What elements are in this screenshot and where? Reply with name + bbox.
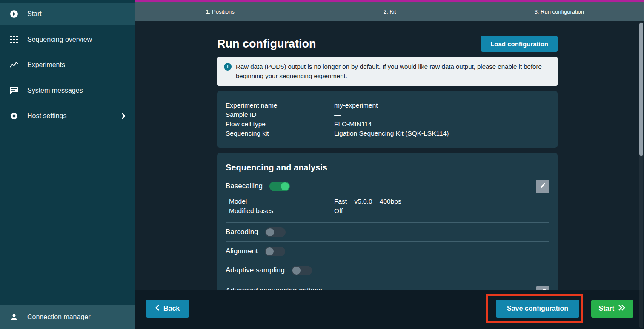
step-positions: 1. Positions [135,2,305,21]
sequencing-analysis-card: Sequencing and analysis Basecalling [217,153,558,290]
scrollbar-thumb[interactable] [639,23,643,156]
sidebar-item-experiments[interactable]: Experiments [0,54,135,76]
summary-value: FLO-MIN114 [334,119,549,129]
sidebar-item-host-settings[interactable]: Host settings [0,105,135,127]
barcoding-toggle[interactable] [265,227,286,237]
page-title: Run configuration [217,37,316,51]
sidebar-nav: Start Sequencing overview Experiments Sy… [0,0,135,127]
detail-value: Off [334,206,549,216]
detail-label: Model [229,197,334,206]
summary-row: Sample ID — [226,110,549,119]
app-window: Start Sequencing overview Experiments Sy… [0,0,644,329]
chevron-left-icon [155,305,160,312]
sidebar-item-label: Start [27,10,126,18]
barcoding-label: Barcoding [226,227,258,237]
adaptive-sampling-row: Adaptive sampling [226,261,549,280]
load-configuration-button[interactable]: Load configuration [481,36,558,52]
step-kit: 2. Kit [305,2,474,21]
sidebar-item-label: Host settings [27,112,112,120]
advanced-options-label: Advanced sequencing options [226,286,322,290]
summary-label: Sample ID [226,110,334,119]
line-chart-icon [9,62,19,68]
alignment-row: Alignment [226,242,549,261]
content-scroll-area: Run configuration Load configuration i R… [135,21,644,290]
step-run-configuration-link[interactable]: 3. Run configuration [535,9,584,15]
sidebar-item-start[interactable]: Start [0,3,135,25]
start-button[interactable]: Start [591,300,633,318]
summary-value: — [334,110,549,119]
adaptive-sampling-label: Adaptive sampling [226,266,285,275]
summary-row: Flow cell type FLO-MIN114 [226,119,549,129]
sidebar-item-label: System messages [27,87,126,94]
experiment-summary-card: Experiment name my-experiment Sample ID … [217,91,558,148]
adaptive-sampling-toggle[interactable] [292,266,312,275]
summary-label: Experiment name [226,101,334,110]
info-icon: i [224,63,232,71]
summary-row: Sequencing kit Ligation Sequencing Kit (… [226,129,549,138]
wizard-steps: 1. Positions 2. Kit 3. Run configuration [135,2,644,21]
edit-basecalling-button[interactable] [536,180,549,193]
basecalling-section: Basecalling Model Fast – v5.0 [226,179,549,223]
start-button-label: Start [599,305,614,312]
advanced-options-expand-button[interactable] [536,286,549,290]
barcoding-row: Barcoding [226,223,549,242]
advanced-options-row: Advanced sequencing options [226,286,549,290]
scrollbar[interactable] [639,22,643,328]
summary-label: Flow cell type [226,119,334,129]
footer-bar: Back Save configuration Start [135,290,644,329]
play-circle-icon [9,10,19,18]
gear-icon [9,112,19,120]
grid-icon [9,36,19,43]
detail-value: Fast – v5.0.0 – 400bps [334,197,549,206]
speech-bubble-icon [9,87,19,94]
basecalling-toggle[interactable] [269,182,290,191]
main-region: 1. Positions 2. Kit 3. Run configuration… [135,0,644,329]
summary-label: Sequencing kit [226,129,334,138]
toggle-knob [281,182,289,190]
save-configuration-button[interactable]: Save configuration [496,300,579,318]
info-banner: i Raw data (POD5) output is no longer on… [217,57,558,86]
sidebar-item-label: Experiments [27,61,126,69]
sidebar: Start Sequencing overview Experiments Sy… [0,0,135,329]
sidebar-item-connection-manager[interactable]: Connection manager [0,305,135,329]
step-run-configuration: 3. Run configuration [475,2,644,21]
pencil-icon [539,182,546,190]
summary-row: Experiment name my-experiment [226,101,549,110]
sidebar-item-label: Connection manager [27,313,126,321]
section-title: Sequencing and analysis [226,163,549,172]
sidebar-item-sequencing-overview[interactable]: Sequencing overview [0,29,135,50]
back-button[interactable]: Back [146,300,189,318]
alignment-label: Alignment [226,247,258,256]
save-button-label: Save configuration [507,305,568,312]
info-banner-text: Raw data (POD5) output is no longer on b… [236,62,551,81]
detail-label: Modified bases [229,206,334,216]
chevron-right-icon [121,112,126,120]
step-kit-link[interactable]: 2. Kit [384,9,396,15]
summary-value: my-experiment [334,101,549,110]
toggle-knob [292,267,301,275]
toggle-knob [266,228,274,236]
alignment-toggle[interactable] [265,247,285,256]
basecalling-details: Model Fast – v5.0.0 – 400bps Modified ba… [226,197,549,216]
sidebar-item-system-messages[interactable]: System messages [0,80,135,101]
toggle-knob [266,247,274,255]
back-button-label: Back [163,305,180,312]
sidebar-item-label: Sequencing overview [27,36,126,43]
double-chevron-right-icon [618,305,626,312]
basecalling-label: Basecalling [226,182,263,191]
summary-value: Ligation Sequencing Kit (SQK-LSK114) [334,129,549,138]
step-positions-link[interactable]: 1. Positions [206,9,235,15]
person-icon [9,313,19,321]
